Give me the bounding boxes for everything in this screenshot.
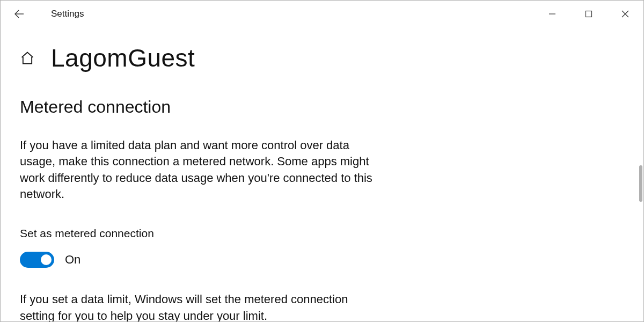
- toggle-knob: [41, 254, 52, 265]
- section-hint: If you set a data limit, Windows will se…: [20, 291, 385, 322]
- window-title: Settings: [51, 9, 84, 19]
- svg-rect-2: [586, 11, 592, 17]
- close-button[interactable]: [607, 1, 643, 27]
- toggle-row: On: [20, 252, 398, 268]
- maximize-icon: [585, 10, 592, 18]
- metered-toggle[interactable]: [20, 252, 54, 268]
- scrollbar-thumb[interactable]: [639, 165, 642, 202]
- maximize-button[interactable]: [570, 1, 607, 27]
- toggle-label: Set as metered connection: [20, 227, 398, 240]
- close-icon: [621, 10, 629, 18]
- toggle-state-text: On: [65, 253, 80, 267]
- arrow-left-icon: [13, 8, 26, 20]
- home-button[interactable]: [20, 50, 35, 65]
- titlebar: Settings: [1, 1, 643, 27]
- back-button[interactable]: [11, 6, 27, 22]
- titlebar-left: Settings: [11, 6, 84, 22]
- content-area: LagomGuest Metered connection If you hav…: [1, 27, 398, 322]
- section-title: Metered connection: [20, 97, 398, 117]
- minimize-button[interactable]: [534, 1, 570, 27]
- page-title: LagomGuest: [51, 43, 195, 72]
- home-icon: [20, 50, 35, 65]
- page-header: LagomGuest: [20, 43, 398, 72]
- window-controls: [534, 1, 643, 27]
- minimize-icon: [548, 10, 556, 18]
- section-description: If you have a limited data plan and want…: [20, 137, 385, 202]
